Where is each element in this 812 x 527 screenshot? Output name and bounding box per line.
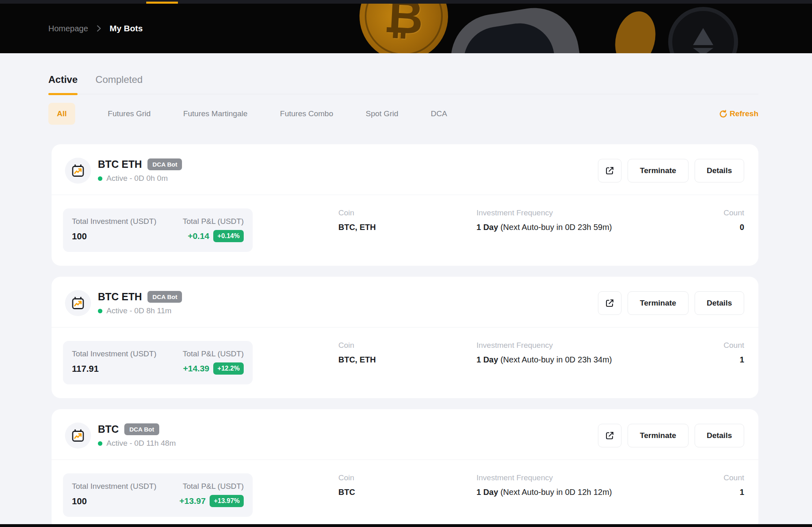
- bot-card: BTC ETH DCA Bot Active - 0D 8h 11m: [52, 277, 758, 398]
- pnl-value: +14.39: [183, 364, 209, 373]
- total-investment-label: Total Investment (USDT): [72, 349, 156, 358]
- coin-label: Coin: [338, 208, 436, 217]
- investment-pnl-panel: Total Investment (USDT) 100 Total P&L (U…: [63, 473, 253, 517]
- count-value: 1: [691, 355, 744, 364]
- filter-futures-martingale[interactable]: Futures Martingale: [183, 109, 247, 118]
- count-block: Count 1: [691, 341, 744, 364]
- status-dot: [98, 441, 102, 446]
- total-pnl-block: Total P&L (USDT) +14.39 +12.2%: [183, 349, 244, 375]
- main-content: Active Completed All Futures Grid Future…: [0, 53, 812, 527]
- bot-card: BTC ETH DCA Bot Active - 0D 0h 0m: [52, 144, 758, 266]
- count-label: Count: [691, 341, 744, 350]
- details-button[interactable]: Details: [695, 291, 744, 315]
- total-pnl-block: Total P&L (USDT) +0.14 +0.14%: [183, 217, 244, 242]
- filter-futures-grid[interactable]: Futures Grid: [108, 109, 151, 118]
- bot-type-badge: DCA Bot: [147, 291, 182, 303]
- coin-block: Coin BTC, ETH: [338, 208, 436, 232]
- bot-title: BTC: [98, 423, 119, 435]
- external-link-icon: [605, 431, 615, 440]
- external-link-icon: [605, 166, 615, 176]
- total-pnl-label: Total P&L (USDT): [183, 349, 244, 358]
- bot-status: Active - 0D 8h 11m: [106, 306, 171, 315]
- coin-block: Coin BTC: [338, 473, 436, 497]
- total-investment-label: Total Investment (USDT): [72, 217, 156, 226]
- total-investment-value: 100: [72, 231, 156, 242]
- btc-coin-illustration: ₿: [353, 4, 455, 53]
- investment-pnl-panel: Total Investment (USDT) 117.91 Total P&L…: [63, 341, 253, 384]
- total-investment-label: Total Investment (USDT): [72, 482, 156, 491]
- filter-futures-combo[interactable]: Futures Combo: [280, 109, 333, 118]
- eth-glyph-top: [693, 28, 713, 45]
- terminate-button[interactable]: Terminate: [628, 424, 688, 447]
- nav-active-underline: [146, 2, 178, 4]
- tab-completed[interactable]: Completed: [95, 74, 143, 94]
- frequency-period: 1 Day: [476, 223, 498, 232]
- tab-active[interactable]: Active: [48, 74, 78, 94]
- refresh-button[interactable]: Refresh: [719, 109, 758, 118]
- eth-glyph-bottom: [693, 48, 713, 53]
- eth-coin-illustration: [668, 7, 738, 53]
- frequency-label: Investment Frequency: [476, 473, 691, 482]
- chevron-right-icon: [96, 24, 102, 33]
- pnl-percent-badge: +13.97%: [210, 495, 244, 507]
- frequency-note: (Next Auto-buy in 0D 23h 34m): [500, 355, 612, 364]
- filter-spot-grid[interactable]: Spot Grid: [366, 109, 398, 118]
- bot-card-stats: Total Investment (USDT) 100 Total P&L (U…: [52, 460, 758, 527]
- card-actions: Terminate Details: [598, 424, 744, 447]
- bot-avatar: [65, 290, 91, 316]
- frequency-value: 1 Day (Next Auto-buy in 0D 23h 34m): [476, 355, 691, 364]
- robot-illustration: [444, 4, 587, 53]
- calendar-trend-icon: [71, 428, 85, 443]
- frequency-label: Investment Frequency: [476, 341, 691, 350]
- external-link-icon: [605, 298, 615, 308]
- total-pnl-label: Total P&L (USDT): [183, 217, 244, 226]
- bot-card: BTC DCA Bot Active - 0D 11h 48m: [52, 409, 758, 527]
- bot-identity: BTC ETH DCA Bot Active - 0D 0h 0m: [98, 158, 182, 183]
- count-block: Count 1: [691, 473, 744, 497]
- page-header: ₿ Homepage My Bots: [0, 4, 812, 53]
- coin-value: BTC, ETH: [338, 223, 436, 232]
- bot-status: Active - 0D 0h 0m: [106, 174, 168, 183]
- pnl-percent-badge: +12.2%: [213, 362, 244, 375]
- total-investment-value: 117.91: [72, 364, 156, 374]
- breadcrumb: Homepage My Bots: [48, 24, 143, 33]
- coin-block: Coin BTC, ETH: [338, 341, 436, 364]
- calendar-trend-icon: [71, 296, 85, 310]
- filter-all[interactable]: All: [48, 103, 75, 125]
- terminate-button[interactable]: Terminate: [628, 291, 688, 315]
- total-investment-value: 100: [72, 496, 156, 507]
- bot-status: Active - 0D 11h 48m: [106, 439, 176, 448]
- bot-type-badge: DCA Bot: [124, 423, 159, 435]
- count-value: 0: [691, 223, 744, 232]
- refresh-icon: [719, 110, 728, 118]
- filter-dca[interactable]: DCA: [431, 109, 447, 118]
- frequency-period: 1 Day: [476, 355, 498, 364]
- breadcrumb-current: My Bots: [110, 24, 143, 33]
- breadcrumb-homepage-link[interactable]: Homepage: [48, 24, 88, 33]
- open-bot-button[interactable]: [598, 159, 621, 182]
- bot-identity: BTC DCA Bot Active - 0D 11h 48m: [98, 423, 176, 448]
- frequency-note: (Next Auto-buy in 0D 12h 12m): [500, 488, 612, 497]
- total-investment-block: Total Investment (USDT) 117.91: [72, 349, 156, 375]
- details-button[interactable]: Details: [695, 159, 744, 182]
- details-button[interactable]: Details: [695, 424, 744, 447]
- total-pnl-label: Total P&L (USDT): [180, 482, 244, 491]
- bot-card-header: BTC ETH DCA Bot Active - 0D 0h 0m: [52, 144, 758, 195]
- total-pnl-block: Total P&L (USDT) +13.97 +13.97%: [180, 482, 244, 507]
- investment-pnl-panel: Total Investment (USDT) 100 Total P&L (U…: [63, 208, 253, 252]
- refresh-label: Refresh: [730, 109, 758, 118]
- count-label: Count: [691, 473, 744, 482]
- total-investment-block: Total Investment (USDT) 100: [72, 217, 156, 242]
- coin-illustration: [609, 7, 661, 53]
- bot-card-stats: Total Investment (USDT) 117.91 Total P&L…: [52, 327, 758, 398]
- frequency-note: (Next Auto-buy in 0D 23h 59m): [500, 223, 612, 232]
- filter-bar: All Futures Grid Futures Martingale Futu…: [48, 103, 758, 125]
- frequency-block: Investment Frequency 1 Day (Next Auto-bu…: [476, 473, 691, 497]
- open-bot-button[interactable]: [598, 291, 621, 315]
- open-bot-button[interactable]: [598, 424, 621, 447]
- tab-bar: Active Completed: [48, 53, 758, 94]
- status-dot: [98, 176, 102, 181]
- pnl-percent-badge: +0.14%: [213, 230, 244, 242]
- terminate-button[interactable]: Terminate: [628, 159, 688, 182]
- count-label: Count: [691, 208, 744, 217]
